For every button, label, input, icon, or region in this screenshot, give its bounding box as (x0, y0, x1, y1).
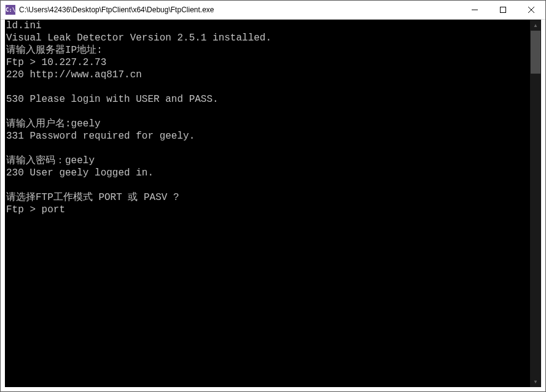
console-area[interactable]: ld.ini Visual Leak Detector Version 2.5.… (5, 20, 541, 387)
close-button[interactable] (517, 1, 545, 19)
minimize-button[interactable] (461, 1, 489, 19)
scroll-up-arrow-icon[interactable]: ▲ (530, 20, 541, 31)
maximize-icon (500, 7, 506, 13)
window-title: C:\Users\42436\Desktop\FtpClient\x64\Deb… (19, 6, 461, 14)
app-icon: C:\ (6, 5, 15, 15)
app-icon-text: C:\ (6, 7, 15, 13)
close-icon (528, 7, 534, 13)
scrollbar-thumb[interactable] (531, 31, 540, 74)
svg-rect-1 (501, 7, 506, 13)
window-controls (461, 1, 545, 19)
titlebar[interactable]: C:\ C:\Users\42436\Desktop\FtpClient\x64… (1, 1, 545, 20)
minimize-icon (472, 7, 478, 13)
maximize-button[interactable] (489, 1, 517, 19)
scroll-down-arrow-icon[interactable]: ▼ (530, 376, 541, 387)
vertical-scrollbar[interactable]: ▲ ▼ (530, 20, 541, 387)
console-window: C:\ C:\Users\42436\Desktop\FtpClient\x64… (0, 0, 546, 392)
console-output: ld.ini Visual Leak Detector Version 2.5.… (5, 20, 530, 387)
